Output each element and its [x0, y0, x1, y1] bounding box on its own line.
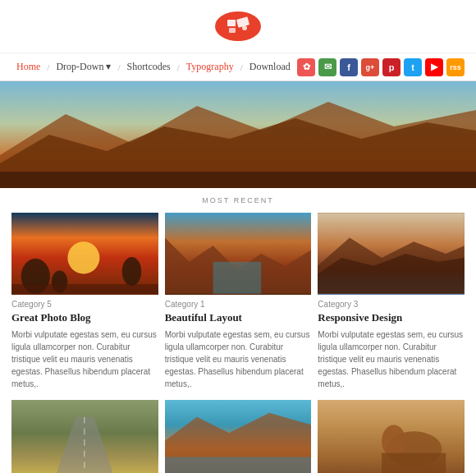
- svg-point-4: [242, 25, 247, 30]
- nav-home[interactable]: Home: [11, 61, 45, 73]
- post-1-category: Category 5: [11, 300, 158, 309]
- facebook-icon[interactable]: f: [340, 58, 358, 76]
- post-1-title[interactable]: Great Photo Blog: [11, 311, 158, 324]
- nav-sep-1: /: [45, 62, 51, 72]
- pinterest-icon[interactable]: p: [382, 58, 400, 76]
- post-3-image[interactable]: [318, 213, 465, 295]
- email-icon[interactable]: ✉: [318, 58, 336, 76]
- posts-row-1: Category 5 Great Photo Blog Morbi vulput…: [11, 213, 465, 390]
- post-item-1: Category 5 Great Photo Blog Morbi vulput…: [11, 213, 158, 390]
- post-item-2: Category 1 Beautiful Layout Morbi vulput…: [165, 213, 312, 390]
- googleplus-icon[interactable]: g+: [361, 58, 379, 76]
- svg-point-10: [67, 241, 99, 273]
- svg-rect-17: [213, 262, 261, 294]
- svg-rect-30: [382, 453, 446, 473]
- svg-rect-14: [11, 284, 158, 294]
- post-2-title[interactable]: Beautiful Layout: [165, 311, 312, 324]
- nav-shortcodes[interactable]: Shortcodes: [121, 61, 175, 73]
- post-item-5: [165, 400, 312, 473]
- nav-sep-4: /: [239, 62, 245, 72]
- post-3-excerpt: Morbi vulputate egestas sem, eu cursus l…: [318, 328, 465, 390]
- navigation: Home / Drop-Down ▾ / Shortcodes / Typogr…: [0, 53, 476, 81]
- post-item-4: [11, 400, 158, 473]
- svg-point-29: [382, 425, 405, 457]
- post-item-3: Category 3 Responsive Design Morbi vulpu…: [318, 213, 465, 390]
- posts-row-2: [11, 400, 465, 473]
- social-icons: ✿ ✉ f g+ p t ▶ rss: [297, 58, 465, 76]
- post-1-image[interactable]: [11, 213, 158, 295]
- post-1-excerpt: Morbi vulputate egestas sem, eu cursus l…: [11, 328, 158, 390]
- post-3-title[interactable]: Responsive Design: [318, 311, 465, 324]
- nav-dropdown[interactable]: Drop-Down ▾: [51, 61, 116, 73]
- svg-rect-3: [229, 28, 236, 33]
- nav-download[interactable]: Download: [245, 61, 295, 73]
- nav-sep-3: /: [176, 62, 181, 72]
- svg-point-12: [122, 257, 141, 286]
- svg-point-0: [215, 11, 261, 41]
- post-2-excerpt: Morbi vulputate egestas sem, eu cursus l…: [165, 328, 312, 390]
- post-2-category: Category 1: [165, 300, 312, 309]
- nav-links: Home / Drop-Down ▾ / Shortcodes / Typogr…: [11, 61, 297, 73]
- svg-rect-8: [0, 172, 476, 188]
- svg-rect-26: [165, 457, 312, 473]
- post-6-image[interactable]: [318, 400, 465, 473]
- section-label: MOST RECENT: [11, 196, 465, 204]
- post-item-6: [318, 400, 465, 473]
- post-5-image[interactable]: [165, 400, 312, 473]
- nav-sep-2: /: [116, 62, 121, 72]
- hero-banner: [0, 81, 476, 188]
- rss-icon[interactable]: rss: [446, 58, 465, 76]
- logo[interactable]: [214, 10, 262, 46]
- post-3-category: Category 3: [318, 300, 465, 309]
- site-header: [0, 0, 476, 53]
- youtube-icon[interactable]: ▶: [425, 58, 443, 76]
- twitter-icon[interactable]: t: [404, 58, 422, 76]
- post-4-image[interactable]: [11, 400, 158, 473]
- nav-typography[interactable]: Typography: [181, 61, 239, 73]
- dribbble-icon[interactable]: ✿: [297, 58, 315, 76]
- post-2-image[interactable]: [165, 213, 312, 295]
- svg-rect-1: [227, 20, 236, 26]
- most-recent-section: MOST RECENT: [0, 188, 476, 473]
